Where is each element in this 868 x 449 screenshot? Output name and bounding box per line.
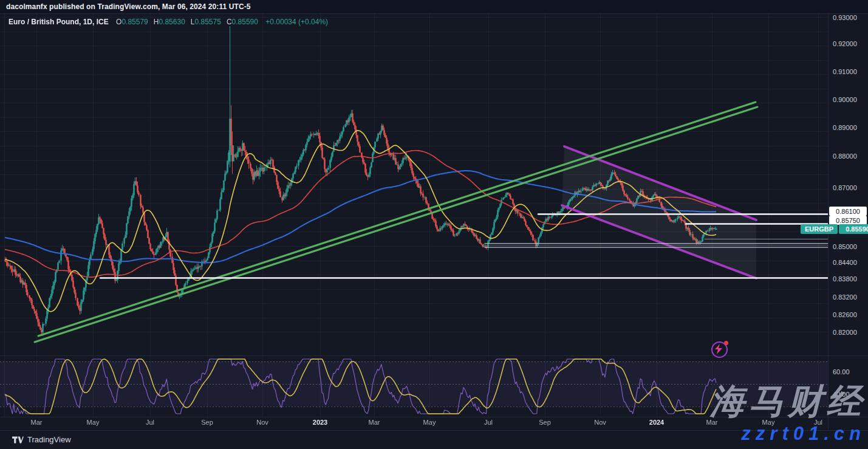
rsi-axis-label: 60.00 bbox=[833, 368, 850, 375]
current-price-tag: EURGBP 0.85590 bbox=[801, 224, 868, 234]
tradingview-logo-text: TradingView bbox=[27, 435, 71, 444]
tradingview-logo[interactable]: TradingView bbox=[12, 435, 71, 444]
time-axis-label: May bbox=[87, 419, 100, 426]
ohlc-label: O bbox=[116, 18, 121, 26]
time-axis-label: 2024 bbox=[649, 419, 664, 426]
price-axis-label: 0.88000 bbox=[833, 153, 857, 160]
flash-ideas-button[interactable] bbox=[711, 341, 728, 358]
symbol-chip: EURGBP bbox=[801, 224, 838, 234]
price-axis-label: 0.83800 bbox=[833, 275, 857, 283]
change-value: +0.00034 (+0.04%) bbox=[265, 18, 328, 26]
price-axis-separator bbox=[828, 13, 829, 430]
time-axis-label: Nov bbox=[256, 419, 268, 426]
time-axis-label: Jul bbox=[484, 419, 493, 426]
price-axis-label: 0.89000 bbox=[833, 124, 857, 131]
price-chart-canvas[interactable] bbox=[0, 13, 828, 430]
footer-bar: TradingView bbox=[0, 430, 868, 449]
price-axis-label: 0.87000 bbox=[833, 184, 857, 191]
tradingview-logo-icon bbox=[12, 436, 24, 444]
pane-separator[interactable] bbox=[0, 355, 868, 356]
time-axis-label: Sep bbox=[201, 419, 213, 426]
publish-text: dacolmanfx published on TradingView.com,… bbox=[6, 2, 251, 11]
time-axis-label: Sep bbox=[539, 419, 551, 426]
ohlc-value: 0.85590 bbox=[232, 18, 258, 26]
time-axis-separator bbox=[0, 417, 868, 417]
left-edge-line bbox=[4, 13, 5, 417]
price-axis-label: 0.91000 bbox=[833, 68, 857, 75]
time-axis-label: Jul bbox=[814, 419, 822, 426]
price-axis-label: 0.90000 bbox=[833, 96, 857, 103]
last-price-chip: 0.85590 bbox=[839, 224, 868, 234]
price-axis-label: 0.93000 bbox=[833, 14, 857, 21]
price-axis-label: 0.82600 bbox=[833, 311, 857, 318]
time-axis-label: Mar bbox=[31, 419, 43, 426]
time-axis-label: May bbox=[423, 419, 436, 426]
symbol-legend[interactable]: Euro / British Pound, 1D, ICE O0.85579H0… bbox=[9, 18, 328, 26]
tradingview-chart-page: dacolmanfx published on TradingView.com,… bbox=[0, 0, 868, 449]
time-axis-label: Mar bbox=[369, 419, 380, 426]
publish-bar: dacolmanfx published on TradingView.com,… bbox=[0, 0, 868, 14]
ohlc-value: 0.85579 bbox=[121, 18, 148, 26]
rsi-axis-label: 40.00 bbox=[833, 391, 850, 398]
time-axis-label: May bbox=[762, 419, 775, 426]
level-price-tag: 0.85750 bbox=[829, 216, 867, 225]
time-axis-label: Jul bbox=[146, 419, 154, 426]
level-price-tag: 0.86100 bbox=[829, 207, 867, 216]
symbol-title[interactable]: Euro / British Pound, 1D, ICE bbox=[9, 18, 109, 26]
price-axis-label: 0.85000 bbox=[833, 243, 857, 250]
time-axis-label: Nov bbox=[594, 419, 606, 426]
price-axis-label: 0.92000 bbox=[833, 40, 857, 47]
price-axis-label: 0.83200 bbox=[833, 293, 857, 301]
time-axis-label: Mar bbox=[706, 419, 718, 426]
ohlc-values: O0.85579H0.85630L0.85575C0.85590 bbox=[111, 18, 258, 26]
price-axis-label: 0.84400 bbox=[833, 259, 857, 266]
ohlc-label: L bbox=[191, 18, 195, 26]
notification-dot bbox=[724, 341, 728, 345]
time-axis-label: 2023 bbox=[313, 419, 327, 426]
ohlc-value: 0.85630 bbox=[159, 18, 185, 26]
ohlc-value: 0.85575 bbox=[195, 18, 221, 26]
lightning-icon bbox=[715, 344, 722, 354]
price-axis-label: 0.82000 bbox=[833, 329, 857, 336]
ohlc-label: C bbox=[227, 18, 232, 26]
